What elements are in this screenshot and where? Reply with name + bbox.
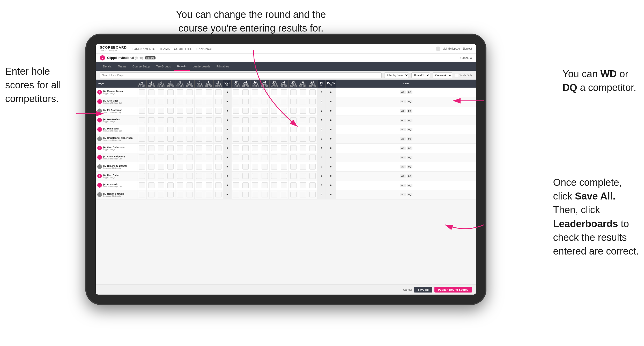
hole-4-score-input[interactable] [167, 173, 174, 179]
hole-2-score-input[interactable] [148, 99, 154, 104]
hole-2-score-input[interactable] [148, 182, 154, 188]
nav-teams[interactable]: TEAMS [159, 47, 170, 50]
hole-18-score-input[interactable] [309, 89, 316, 95]
hole-6-score-input[interactable] [187, 127, 193, 132]
hole-17-score-input[interactable] [300, 155, 306, 160]
hole-9-input-cell[interactable] [213, 125, 223, 134]
hole-16-score-input[interactable] [290, 145, 297, 151]
hole-18-input-cell[interactable] [308, 97, 317, 106]
hole-6-input-cell[interactable] [185, 190, 194, 199]
hole-5-input-cell[interactable] [175, 143, 185, 153]
hole-4-input-cell[interactable] [166, 125, 175, 134]
hole-2-input-cell[interactable] [147, 171, 156, 181]
label-cell[interactable]: WD DQ [336, 134, 476, 143]
hole-13-score-input[interactable] [262, 89, 268, 95]
hole-10-score-input[interactable] [233, 117, 239, 123]
hole-15-score-input[interactable] [281, 173, 287, 179]
hole-9-input-cell[interactable] [213, 143, 223, 153]
hole-8-score-input[interactable] [206, 108, 212, 114]
hole-1-score-input[interactable] [139, 89, 145, 95]
hole-17-score-input[interactable] [300, 192, 306, 197]
hole-16-score-input[interactable] [290, 173, 297, 179]
hole-2-score-input[interactable] [148, 127, 154, 132]
hole-9-input-cell[interactable] [213, 153, 223, 162]
hole-1-input-cell[interactable] [137, 97, 147, 106]
hole-17-score-input[interactable] [300, 182, 306, 188]
hole-8-input-cell[interactable] [204, 134, 213, 143]
hole-15-input-cell[interactable] [279, 190, 288, 199]
hole-12-score-input[interactable] [252, 164, 258, 170]
hole-1-input-cell[interactable] [137, 116, 147, 125]
hole-6-score-input[interactable] [187, 155, 193, 160]
hole-15-score-input[interactable] [281, 108, 287, 114]
round-select[interactable]: Round 1 [411, 72, 430, 78]
hole-2-score-input[interactable] [148, 173, 154, 179]
hole-4-score-input[interactable] [167, 155, 174, 160]
label-cell[interactable]: WD DQ [336, 181, 476, 190]
hole-11-input-cell[interactable] [241, 181, 250, 190]
hole-17-score-input[interactable] [300, 145, 306, 151]
hole-16-input-cell[interactable] [288, 181, 298, 190]
hole-13-score-input[interactable] [262, 182, 268, 188]
hole-11-score-input[interactable] [242, 127, 249, 132]
hole-8-score-input[interactable] [206, 192, 212, 197]
hole-2-input-cell[interactable] [147, 88, 156, 97]
hole-10-input-cell[interactable] [231, 106, 241, 116]
hole-5-input-cell[interactable] [175, 162, 185, 171]
hole-2-input-cell[interactable] [147, 125, 156, 134]
hole-1-score-input[interactable] [139, 182, 145, 188]
hole-7-input-cell[interactable] [194, 106, 204, 116]
label-cell[interactable]: WD DQ [336, 153, 476, 162]
hole-8-score-input[interactable] [206, 155, 212, 160]
hole-4-score-input[interactable] [167, 89, 174, 95]
hole-3-score-input[interactable] [158, 89, 164, 95]
hole-9-score-input[interactable] [215, 89, 221, 95]
dq-button[interactable]: DQ [407, 174, 412, 178]
hole-14-score-input[interactable] [271, 145, 277, 151]
hole-17-input-cell[interactable] [298, 171, 308, 181]
hole-6-input-cell[interactable] [185, 116, 194, 125]
hole-1-input-cell[interactable] [137, 134, 147, 143]
score-table-container[interactable]: Player 1PAR 4340 YDS 2PAR 5511 YDS 3PAR … [96, 80, 476, 284]
hole-14-score-input[interactable] [271, 117, 277, 123]
hole-8-input-cell[interactable] [204, 125, 213, 134]
hole-9-input-cell[interactable] [213, 134, 223, 143]
hole-15-input-cell[interactable] [279, 116, 288, 125]
hole-8-input-cell[interactable] [204, 171, 213, 181]
hole-6-score-input[interactable] [187, 182, 193, 188]
hole-14-score-input[interactable] [271, 89, 277, 95]
hole-15-score-input[interactable] [281, 127, 287, 132]
hole-4-input-cell[interactable] [166, 143, 175, 153]
hole-15-input-cell[interactable] [279, 106, 288, 116]
hole-10-input-cell[interactable] [231, 153, 241, 162]
hole-6-score-input[interactable] [187, 192, 193, 197]
hole-12-score-input[interactable] [252, 173, 258, 179]
hole-16-score-input[interactable] [290, 136, 297, 142]
hole-9-input-cell[interactable] [213, 190, 223, 199]
hole-3-score-input[interactable] [158, 173, 164, 179]
hole-4-score-input[interactable] [167, 192, 174, 197]
hole-18-score-input[interactable] [309, 127, 316, 132]
hole-5-score-input[interactable] [177, 99, 183, 104]
hole-2-input-cell[interactable] [147, 116, 156, 125]
hole-4-score-input[interactable] [167, 136, 174, 142]
hole-17-input-cell[interactable] [298, 162, 308, 171]
hole-12-score-input[interactable] [252, 192, 258, 197]
hole-3-input-cell[interactable] [156, 181, 166, 190]
hole-5-input-cell[interactable] [175, 106, 185, 116]
hole-16-score-input[interactable] [290, 182, 297, 188]
hole-12-input-cell[interactable] [250, 134, 260, 143]
hole-12-score-input[interactable] [252, 127, 258, 132]
hole-13-score-input[interactable] [262, 173, 268, 179]
hole-12-input-cell[interactable] [250, 181, 260, 190]
hole-11-score-input[interactable] [242, 117, 249, 123]
hole-14-score-input[interactable] [271, 173, 277, 179]
hole-7-input-cell[interactable] [194, 181, 204, 190]
hole-12-input-cell[interactable] [250, 162, 260, 171]
hole-10-score-input[interactable] [233, 108, 239, 114]
hole-7-score-input[interactable] [196, 192, 202, 197]
hole-2-input-cell[interactable] [147, 134, 156, 143]
hole-1-score-input[interactable] [139, 117, 145, 123]
hole-14-input-cell[interactable] [270, 153, 279, 162]
hole-2-input-cell[interactable] [147, 181, 156, 190]
